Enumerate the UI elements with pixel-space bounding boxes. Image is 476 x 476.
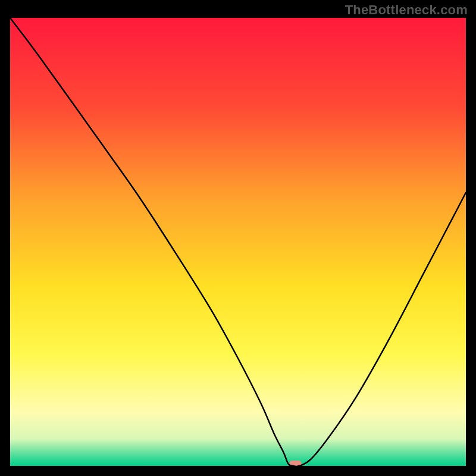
watermark-text: TheBottleneck.com	[345, 2, 468, 18]
chart-container: TheBottleneck.com	[0, 0, 476, 476]
chart-background	[10, 18, 466, 466]
plot-area	[10, 18, 466, 466]
chart-svg	[10, 18, 466, 466]
